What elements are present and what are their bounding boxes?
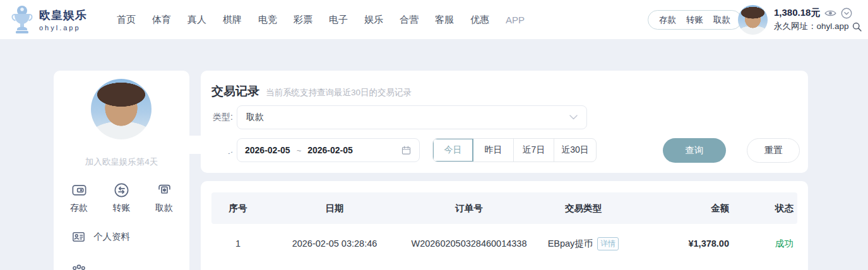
row-status: 成功 [733, 238, 797, 250]
eye-icon[interactable] [824, 9, 836, 18]
date-to-value: 2026-02-05 [307, 145, 353, 155]
transaction-filter-card: 交易记录 当前系统支持查询最近30日的交易记录 类型: 取款 日期: 2026-… [201, 71, 808, 173]
wallet-icon [71, 182, 88, 199]
deposit-link[interactable]: 存款 [659, 15, 676, 26]
range-yesterday-button[interactable]: 昨日 [473, 139, 514, 161]
col-header-order-no: 订单号 [405, 202, 533, 214]
type-select-value: 取款 [246, 112, 264, 123]
nav-item-live[interactable]: 真人 [187, 14, 206, 26]
col-header-status: 状态 [733, 202, 797, 214]
permanent-url-text: 永久网址：ohyl.app [774, 21, 849, 32]
table-row: 1 2026-02-05 03:28:46 W20260205032846001… [211, 224, 797, 263]
row-type-cell: EBpay提币 详情 [533, 237, 633, 250]
row-type: EBpay提币 [548, 238, 593, 250]
sidebar-action-transfer[interactable]: 转账 [103, 182, 141, 214]
sidebar-item-partial[interactable] [71, 264, 86, 270]
detail-tag-button[interactable]: 详情 [597, 237, 619, 250]
balance-amount: 1,380.18元 [774, 7, 820, 19]
user-avatar[interactable] [738, 5, 768, 35]
top-header: 欧皇娱乐 ohyl.app 首页 体育 真人 棋牌 电竞 彩票 电子 娱乐 合营… [0, 0, 868, 39]
nav-item-home[interactable]: 首页 [117, 14, 136, 26]
withdraw-icon [156, 182, 173, 199]
main-nav: 首页 体育 真人 棋牌 电竞 彩票 电子 娱乐 合营 客服 优惠 APP [117, 0, 525, 39]
quick-range-group: 今日 昨日 近7日 近30日 [432, 138, 597, 162]
sidebar-action-label: 取款 [155, 202, 173, 214]
transfer-icon [113, 182, 130, 199]
col-header-date: 日期 [265, 202, 405, 214]
nav-item-sports[interactable]: 体育 [152, 14, 171, 26]
profile-avatar[interactable] [91, 79, 152, 139]
nav-item-lottery[interactable]: 彩票 [294, 14, 312, 26]
table-header-row: 序号 日期 订单号 交易类型 金额 状态 [211, 192, 797, 224]
wallet-pill-group: 存款 转账 取款 [648, 10, 742, 30]
sidebar-card: 加入欧皇娱乐第4天 存款 转账 取款 [54, 71, 189, 270]
type-filter-label: 类型: [213, 105, 233, 129]
page-title: 交易记录 [211, 83, 259, 100]
trophy-logo-icon [10, 5, 34, 34]
transaction-table-card: 序号 日期 订单号 交易类型 金额 状态 1 2026-02-05 03:28:… [201, 181, 808, 270]
page: 欧皇娱乐 ohyl.app 首页 体育 真人 棋牌 电竞 彩票 电子 娱乐 合营… [0, 0, 868, 270]
sidebar-action-label: 转账 [113, 202, 131, 214]
sidebar-action-deposit[interactable]: 存款 [60, 182, 98, 214]
date-separator: ~ [297, 146, 302, 155]
nav-item-slots[interactable]: 电子 [329, 14, 348, 26]
sidebar-actions: 存款 转账 取款 [60, 182, 183, 214]
chevron-down-icon [569, 115, 578, 120]
row-date: 2026-02-05 03:28:46 [265, 238, 405, 249]
site-logo[interactable]: 欧皇娱乐 ohyl.app [10, 5, 87, 34]
id-card-icon [71, 230, 86, 244]
nav-item-promotions[interactable]: 优惠 [470, 14, 489, 26]
transfer-link[interactable]: 转账 [686, 15, 703, 26]
col-header-type: 交易类型 [533, 202, 633, 214]
overlay-bubble [152, 136, 235, 154]
logo-title: 欧皇娱乐 [39, 8, 87, 23]
col-header-amount: 金额 [633, 202, 733, 214]
row-amount: ¥1,378.00 [633, 238, 733, 249]
row-order-no: W202602050328460014338 [405, 238, 533, 249]
date-range-input[interactable]: 2026-02-05 ~ 2026-02-05 [237, 138, 420, 162]
nav-item-entertainment[interactable]: 娱乐 [364, 14, 383, 26]
withdraw-link[interactable]: 取款 [713, 15, 730, 26]
joined-days-text: 加入欧皇娱乐第4天 [54, 156, 189, 168]
search-icon[interactable] [852, 21, 862, 32]
search-button[interactable]: 查询 [663, 138, 726, 163]
sidebar-action-label: 存款 [70, 202, 88, 214]
team-icon [71, 264, 86, 270]
reset-button[interactable]: 重置 [747, 138, 800, 163]
nav-item-partnership[interactable]: 合营 [400, 14, 419, 26]
title-row: 交易记录 当前系统支持查询最近30日的交易记录 [211, 83, 412, 100]
range-30days-button[interactable]: 近30日 [554, 139, 596, 161]
balance-block: 1,380.18元 永久网址：ohyl.app [774, 7, 862, 32]
nav-item-board-games[interactable]: 棋牌 [223, 14, 242, 26]
range-7days-button[interactable]: 近7日 [514, 139, 554, 161]
date-from-value: 2026-02-05 [245, 145, 290, 155]
range-today-button[interactable]: 今日 [433, 139, 473, 161]
nav-item-app[interactable]: APP [506, 15, 525, 25]
nav-item-support[interactable]: 客服 [435, 14, 454, 26]
col-header-index: 序号 [211, 202, 265, 214]
sidebar-item-profile[interactable]: 个人资料 [71, 230, 130, 244]
chevron-down-circle-icon[interactable] [841, 8, 852, 19]
logo-subtitle: ohyl.app [39, 24, 87, 32]
type-select[interactable]: 取款 [237, 105, 587, 129]
sidebar-action-withdraw[interactable]: 取款 [145, 182, 183, 214]
logo-text: 欧皇娱乐 ohyl.app [39, 8, 87, 32]
calendar-icon [401, 145, 412, 156]
sidebar-item-label: 个人资料 [93, 231, 130, 243]
page-subtitle: 当前系统支持查询最近30日的交易记录 [266, 87, 412, 98]
row-index: 1 [211, 238, 265, 249]
nav-item-esports[interactable]: 电竞 [258, 14, 277, 26]
